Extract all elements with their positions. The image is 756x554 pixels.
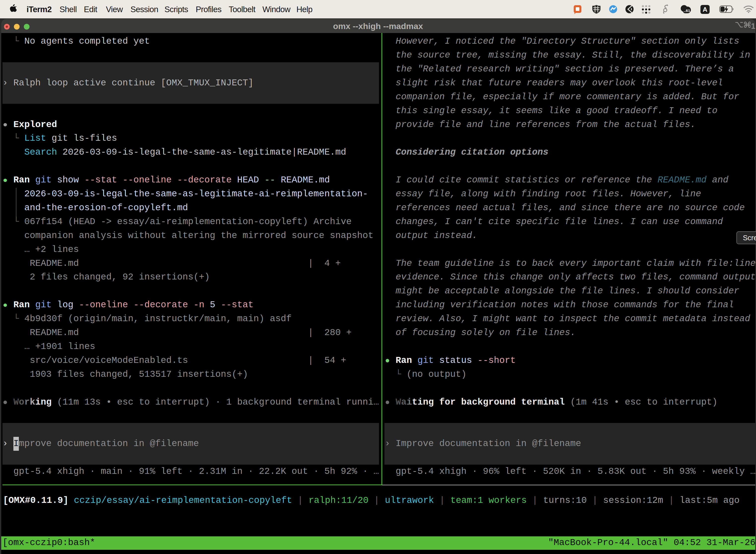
svg-text:..61: ..61 [684, 8, 690, 13]
